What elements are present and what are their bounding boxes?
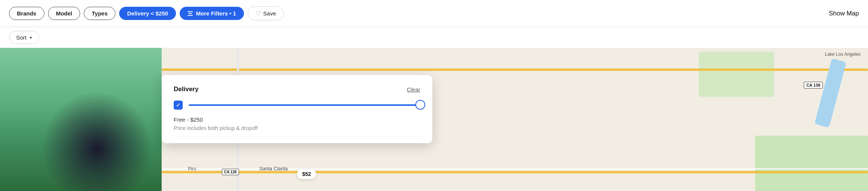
dropdown-header: Delivery Clear	[174, 86, 420, 93]
dropdown-title: Delivery	[174, 86, 198, 93]
heart-icon: ♡	[256, 10, 261, 17]
map-green-area	[755, 136, 868, 191]
save-button[interactable]: ♡ Save	[248, 6, 284, 20]
more-filters-button[interactable]: More Filters • 1	[180, 7, 244, 20]
lake-label: Lake Los Angeles	[825, 52, 860, 57]
checkmark-icon: ✓	[176, 102, 180, 108]
ca126-label: CA 126	[222, 169, 239, 175]
santa-clarita-label: Santa Clarita	[259, 166, 288, 171]
main-content: Lake Los Angeles CA 138 CA 126 Piru Sant…	[0, 48, 868, 191]
ca138-label: CA 138	[804, 82, 823, 89]
delivery-checkbox[interactable]: ✓	[174, 101, 183, 110]
price-range-label: Free - $250	[174, 116, 420, 123]
chevron-down-icon: ▾	[30, 35, 32, 40]
sub-header: Sort ▾	[0, 27, 868, 48]
piru-label: Piru	[188, 166, 196, 171]
price-badge: $52	[297, 169, 316, 179]
filter-buttons: Brands Model Types Delivery < $250 More …	[9, 6, 284, 20]
brands-button[interactable]: Brands	[9, 7, 44, 20]
header: Brands Model Types Delivery < $250 More …	[0, 0, 868, 27]
sort-button[interactable]: Sort ▾	[9, 31, 39, 44]
price-description: Price includes both pickup & dropoff	[174, 125, 420, 131]
slider-thumb[interactable]	[415, 100, 425, 110]
filter-icon	[188, 11, 193, 16]
slider-track-container	[189, 104, 420, 106]
map-road-horizontal	[162, 69, 868, 71]
left-panel	[0, 48, 162, 191]
slider-row: ✓	[174, 101, 420, 110]
show-map-button[interactable]: Show Map	[829, 10, 859, 17]
delivery-button[interactable]: Delivery < $250	[119, 7, 176, 20]
delivery-dropdown: Delivery Clear ✓ Free - $250 Price inclu…	[162, 75, 432, 143]
model-button[interactable]: Model	[48, 7, 80, 20]
motorcycle-image	[0, 48, 162, 191]
map-green-area-2	[699, 52, 774, 97]
types-button[interactable]: Types	[84, 7, 115, 20]
clear-button[interactable]: Clear	[407, 86, 420, 93]
slider-track	[189, 104, 420, 106]
